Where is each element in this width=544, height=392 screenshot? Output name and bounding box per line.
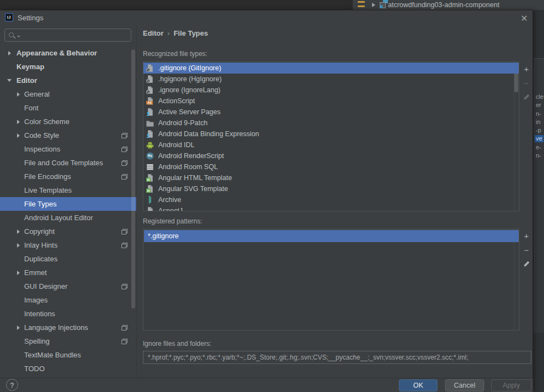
- sidebar-item-images[interactable]: Images: [0, 293, 136, 307]
- cancel-button[interactable]: Cancel: [445, 379, 484, 391]
- file-type-row[interactable]: Android 9-Patch: [143, 117, 519, 128]
- sidebar-item-file-and-code-templates[interactable]: File and Code Templates: [0, 156, 136, 170]
- sidebar-scrollbar[interactable]: [131, 49, 135, 309]
- sidebar-item-code-style[interactable]: Code Style: [0, 128, 136, 142]
- file-type-row[interactable]: Active Server Pages: [143, 107, 519, 117]
- sidebar-item-inspections[interactable]: Inspections: [0, 142, 136, 156]
- remove-button[interactable]: −: [520, 77, 533, 88]
- renderscript-icon: Rs: [146, 152, 154, 160]
- file-type-row[interactable]: .gitignore (GitIgnore): [143, 63, 519, 74]
- search-input[interactable]: [4, 29, 131, 42]
- pencil-icon: [523, 93, 530, 101]
- file-type-row[interactable]: Archive: [143, 194, 519, 205]
- chevron-down-icon: [17, 36, 20, 37]
- chevron-right-icon[interactable]: [17, 271, 20, 275]
- sidebar-item-appearance-behavior[interactable]: Appearance & Behavior: [0, 46, 136, 60]
- sidebar-item-emmet[interactable]: Emmet: [0, 266, 136, 279]
- sidebar-item-textmate-bundles[interactable]: TextMate Bundles: [0, 348, 136, 362]
- chevron-right-icon[interactable]: [8, 51, 11, 55]
- file-type-label: ActionScript: [158, 97, 195, 105]
- sidebar-item-general[interactable]: General: [0, 87, 136, 101]
- sidebar-item-font[interactable]: Font: [0, 101, 136, 115]
- sidebar-item-gui-designer[interactable]: GUI Designer: [0, 279, 136, 293]
- chevron-down-icon[interactable]: [7, 79, 12, 82]
- close-icon[interactable]: ✕: [519, 13, 530, 24]
- sidebar-item-file-encodings[interactable]: File Encodings: [0, 170, 136, 183]
- sidebar-item-keymap[interactable]: Keymap: [0, 60, 136, 74]
- per-project-settings-icon: [121, 147, 127, 152]
- file-type-label: Android RenderScript: [158, 152, 224, 160]
- sidebar-item-spelling[interactable]: Spelling: [0, 334, 136, 348]
- archive-zip-icon: [146, 195, 154, 204]
- sidebar-item-file-types[interactable]: File Types: [0, 197, 136, 211]
- sidebar-item-color-scheme[interactable]: Color Scheme: [0, 115, 136, 128]
- breadcrumb: Editor › File Types: [143, 29, 208, 37]
- svg-text:AS: AS: [147, 101, 152, 104]
- project-tree-item[interactable]: atcrowdfunding03-admin-component: [388, 1, 499, 9]
- pattern-row[interactable]: *.gitignore: [144, 230, 519, 242]
- breadcrumb-file-types: File Types: [174, 29, 208, 37]
- remove-button[interactable]: −: [520, 244, 533, 255]
- ok-button[interactable]: OK: [399, 379, 437, 391]
- file-type-row[interactable]: ASActionScript: [143, 96, 519, 107]
- file-type-row[interactable]: AspectJ: [143, 205, 519, 211]
- chevron-right-icon[interactable]: [17, 229, 20, 234]
- add-button[interactable]: +: [520, 63, 533, 74]
- sidebar-item-editor[interactable]: Editor: [0, 74, 136, 87]
- sidebar-item-intentions[interactable]: Intentions: [0, 307, 136, 321]
- ignore-files-input[interactable]: *.hprof;*.pyc;*.pyo;*.rbc;*.yarb;*~;.DS_…: [143, 351, 531, 364]
- file-type-label: Active Server Pages: [158, 108, 220, 116]
- actionscript-file-icon: AS: [146, 97, 154, 105]
- svg-text:Rs: Rs: [148, 154, 153, 158]
- sidebar-item-live-templates[interactable]: Live Templates: [0, 183, 136, 197]
- collapse-dash-icon: [358, 5, 365, 7]
- folder-icon: [146, 119, 154, 127]
- angular-svg-file-icon: H: [146, 184, 154, 193]
- sidebar-item-copyright[interactable]: Copyright: [0, 225, 136, 238]
- edit-button[interactable]: [520, 92, 533, 103]
- sidebar-item-inlay-hints[interactable]: Inlay Hints: [0, 238, 136, 252]
- chevron-right-icon[interactable]: [17, 133, 20, 138]
- apply-button[interactable]: Apply: [491, 379, 531, 391]
- list-scrollbar-track: [514, 229, 519, 330]
- file-type-label: AspectJ: [158, 207, 182, 211]
- chevron-right-icon[interactable]: [17, 120, 20, 124]
- per-project-settings-icon: [121, 160, 127, 166]
- breadcrumb-separator: ›: [168, 29, 170, 37]
- help-button[interactable]: ?: [6, 379, 18, 391]
- file-type-row[interactable]: RsAndroid RenderScript: [143, 150, 519, 161]
- angular-html-file-icon: H: [146, 173, 154, 182]
- chevron-right-icon[interactable]: [17, 326, 20, 330]
- sidebar-item-label: Font: [24, 104, 38, 112]
- file-type-row[interactable]: Android IDL: [143, 139, 519, 150]
- sidebar-item-language-injections[interactable]: Language Injections: [0, 321, 136, 334]
- file-type-row[interactable]: Android Room SQL: [143, 161, 519, 172]
- sidebar-item-duplicates[interactable]: Duplicates: [0, 252, 136, 266]
- breadcrumb-editor[interactable]: Editor: [143, 29, 164, 37]
- sidebar-item-todo[interactable]: TODO: [0, 362, 136, 376]
- sidebar-item-label: File and Code Templates: [24, 159, 103, 167]
- file-type-row[interactable]: .ignore (IgnoreLang): [143, 85, 519, 96]
- tree-expand-arrow-icon[interactable]: [372, 3, 375, 7]
- file-type-row[interactable]: Android Data Binding Expression: [143, 128, 519, 139]
- clipped-tree-text: cle: [536, 93, 543, 100]
- file-type-label: Archive: [158, 196, 181, 204]
- registered-patterns-label: Registered patterns:: [143, 217, 202, 225]
- file-type-row[interactable]: HAngular SVG Template: [143, 183, 519, 194]
- sidebar-item-label: File Encodings: [24, 172, 71, 181]
- file-type-row[interactable]: .hgignore (HgIgnore): [143, 74, 519, 85]
- sidebar-item-label: Spelling: [24, 337, 49, 345]
- file-type-label: Angular HTML Template: [158, 174, 232, 182]
- sidebar-item-label: Appearance & Behavior: [16, 49, 97, 57]
- chevron-right-icon[interactable]: [17, 243, 20, 248]
- chevron-right-icon[interactable]: [17, 92, 20, 97]
- ignore-files-value: *.hprof;*.pyc;*.pyo;*.rbc;*.yarb;*~;.DS_…: [148, 354, 468, 361]
- sidebar-item-label: GUI Designer: [24, 282, 68, 290]
- sidebar-item-android-layout-editor[interactable]: Android Layout Editor: [0, 211, 136, 225]
- add-button[interactable]: +: [520, 230, 533, 241]
- file-type-row[interactable]: HAngular HTML Template: [143, 172, 519, 183]
- screen: atcrowdfunding03-admin-component cleern-…: [0, 0, 544, 392]
- pencil-icon: [523, 260, 530, 268]
- ignore-file-icon: [146, 86, 154, 94]
- edit-button[interactable]: [520, 259, 533, 270]
